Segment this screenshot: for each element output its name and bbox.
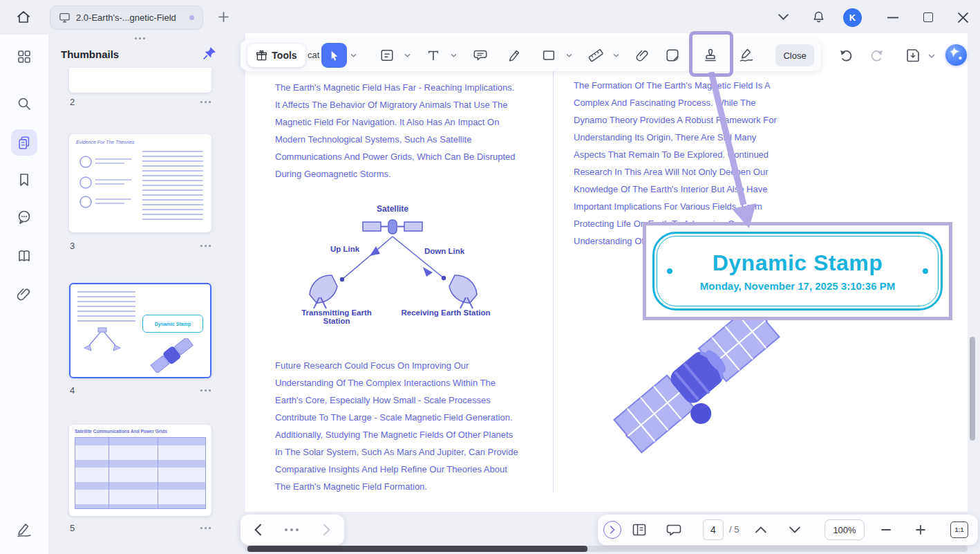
paperclip-icon: [635, 48, 650, 63]
bell-icon: [811, 10, 826, 24]
ai-assistant-button[interactable]: [945, 44, 967, 66]
cursor-icon: [328, 49, 341, 62]
sidebar-item-apps[interactable]: [16, 48, 32, 65]
home-button[interactable]: [15, 9, 32, 26]
pages-icon: [17, 135, 32, 150]
text-tool[interactable]: [424, 46, 442, 64]
chevron-down-icon[interactable]: [613, 53, 619, 57]
close-window-button[interactable]: [958, 12, 968, 23]
stamp-title: Dynamic Stamp: [713, 250, 883, 276]
select-tool-active[interactable]: [321, 43, 347, 68]
pin-panel-button[interactable]: [202, 46, 217, 61]
thumbnail-menu-button[interactable]: [200, 389, 211, 391]
zoom-in-button[interactable]: [914, 524, 927, 536]
plus-icon: [914, 524, 927, 536]
thumbnail-menu-button[interactable]: [200, 101, 211, 103]
sidebar-item-attachments[interactable]: [16, 286, 32, 302]
thumbnail-page-4-selected[interactable]: Dynamic Stamp: [69, 283, 211, 378]
thumbnail-row-5: 5: [70, 523, 211, 533]
pen-icon: [16, 521, 32, 537]
shape-tool[interactable]: [540, 46, 558, 64]
pencil-icon: [507, 48, 522, 63]
save-button[interactable]: [905, 47, 921, 64]
nav-forward-button[interactable]: [321, 524, 332, 536]
minus-icon: [880, 524, 892, 536]
panel-drag-handle[interactable]: [135, 37, 145, 39]
sticker-tool[interactable]: [663, 46, 681, 64]
sidebar-item-comments[interactable]: [16, 209, 32, 225]
stamp-tool[interactable]: [701, 46, 719, 64]
stamp-icon: [702, 47, 719, 64]
user-avatar[interactable]: K: [843, 8, 862, 27]
ai-sparkle-icon: [945, 44, 967, 66]
fit-label: 1:1: [954, 526, 963, 533]
pencil-tool[interactable]: [506, 46, 524, 64]
text-icon: [426, 48, 441, 63]
tools-button[interactable]: Tools: [247, 44, 305, 67]
thumbnail-menu-button[interactable]: [200, 245, 211, 247]
document-tab[interactable]: 2.0-Earth's-...gnetic-Field: [50, 6, 203, 30]
thumbnail-page-5[interactable]: Satellite Communications And Power Grids: [69, 425, 211, 516]
next-page-button[interactable]: [789, 526, 800, 533]
dynamic-stamp-annotation[interactable]: Dynamic Stamp Monday, November 17, 2025 …: [643, 222, 952, 320]
nav-more-button[interactable]: [285, 528, 299, 531]
attachment-tool[interactable]: [634, 46, 652, 64]
zoom-out-button[interactable]: [880, 524, 892, 536]
reading-mode-button[interactable]: [631, 521, 648, 538]
home-icon: [15, 9, 32, 26]
chevron-down-icon: [789, 526, 800, 533]
sidebar-item-search[interactable]: [16, 95, 32, 112]
zoom-level-label: 100%: [833, 525, 856, 535]
thumbnail-row-2: 2: [70, 97, 211, 107]
thumbnail-number: 2: [70, 97, 75, 107]
close-icon: [958, 12, 968, 23]
thumbnail-page-2[interactable]: [69, 68, 211, 93]
sidebar-item-ink[interactable]: [16, 521, 32, 537]
zoom-level-button[interactable]: 100%: [824, 519, 865, 540]
thumbnail-preview-table: [75, 437, 206, 509]
search-icon: [16, 95, 32, 112]
fit-actual-size-button[interactable]: 1:1: [950, 521, 968, 538]
previous-page-button[interactable]: [755, 526, 766, 533]
titlebar-collapse-button[interactable]: [778, 14, 789, 20]
chevron-down-icon[interactable]: [350, 53, 357, 57]
chevron-down-icon[interactable]: [928, 54, 935, 58]
textbox-tool[interactable]: [378, 46, 396, 64]
sticker-icon: [665, 48, 680, 63]
sidebar-item-thumbnails[interactable]: [11, 129, 37, 156]
chevron-right-icon: [321, 524, 332, 536]
sidebar-item-pageview[interactable]: [16, 248, 32, 264]
thumbnail-preview-diagram: [82, 327, 123, 355]
clipped-tab-label: cat: [308, 50, 323, 60]
measure-tool[interactable]: [587, 46, 605, 64]
redo-button[interactable]: [869, 47, 885, 64]
chevron-up-icon: [755, 526, 766, 533]
vertical-scrollbar[interactable]: [970, 337, 975, 441]
thumbnail-page-3[interactable]: Evidence For The Theories: [69, 134, 211, 232]
chevron-down-icon[interactable]: [451, 53, 457, 57]
minimize-button[interactable]: [887, 17, 898, 19]
thumbnail-menu-button[interactable]: [200, 527, 211, 529]
page-number-input[interactable]: [703, 519, 724, 540]
thumbnail-number: 4: [70, 385, 75, 396]
notifications-button[interactable]: [811, 10, 826, 24]
receiving-dish-icon: [441, 274, 484, 310]
expand-controls-button[interactable]: [603, 521, 621, 539]
rectangle-icon: [541, 48, 556, 63]
horizontal-scrollbar-thumb[interactable]: [247, 546, 587, 552]
maximize-button[interactable]: [923, 12, 933, 22]
close-toolbar-button[interactable]: Close: [775, 44, 814, 66]
chevron-down-icon[interactable]: [404, 53, 411, 57]
horizontal-scrollbar-track[interactable]: [245, 546, 968, 552]
signature-tool[interactable]: [737, 46, 755, 64]
comment-tool[interactable]: [471, 46, 489, 64]
undo-button[interactable]: [838, 47, 854, 64]
new-tab-button[interactable]: [218, 11, 229, 23]
titlebar: 2.0-Earth's-...gnetic-Field K: [0, 0, 980, 35]
chevron-down-icon[interactable]: [566, 53, 572, 57]
comments-toggle-button[interactable]: [666, 521, 682, 538]
nav-back-button[interactable]: [252, 524, 263, 536]
sidebar-item-bookmarks[interactable]: [16, 172, 32, 188]
thumbnail-number: 5: [70, 523, 75, 533]
chevron-down-icon: [778, 14, 789, 20]
